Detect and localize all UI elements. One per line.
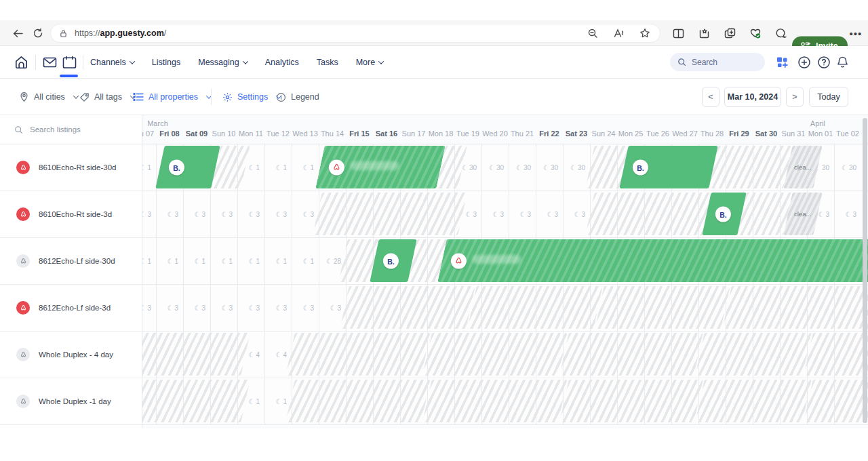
blocked-dates-block[interactable]: [559, 333, 703, 376]
next-date-button[interactable]: >: [786, 87, 804, 107]
address-bar[interactable]: https://app.guesty.com/: [50, 24, 660, 43]
booking-block[interactable]: B.: [619, 146, 717, 188]
blocked-dates-block[interactable]: [695, 333, 811, 376]
blocked-dates-block[interactable]: [313, 193, 467, 235]
listing-row[interactable]: 8610Echo-Rt side-3d: [0, 191, 142, 238]
collections-icon[interactable]: [694, 20, 713, 46]
day-cell[interactable]: ☾3: [156, 191, 183, 237]
nav-item-channels[interactable]: Channels: [90, 58, 134, 67]
day-cell[interactable]: ☾3: [264, 285, 292, 331]
day-cell[interactable]: ☾1: [292, 144, 319, 191]
day-cell[interactable]: ☾3: [834, 191, 861, 237]
day-cell[interactable]: ☾3: [142, 285, 156, 331]
vertical-scrollbar[interactable]: [863, 118, 867, 423]
read-aloud-icon[interactable]: [613, 28, 625, 39]
day-cell[interactable]: ☾3: [481, 191, 509, 237]
listing-row[interactable]: 8612Echo-Lf side-30d: [0, 238, 142, 285]
day-cell[interactable]: ☾3: [237, 285, 264, 331]
help-icon[interactable]: [817, 56, 831, 69]
all-tags-filter[interactable]: All tags: [79, 79, 135, 115]
refresh-icon[interactable]: [28, 20, 47, 46]
day-cell[interactable]: ☾30: [481, 144, 509, 191]
legend-button[interactable]: Legend: [276, 79, 319, 115]
listing-row[interactable]: 8612Echo-Lf side-3d: [0, 285, 142, 332]
day-cell[interactable]: ☾3: [536, 191, 563, 237]
nav-item-analytics[interactable]: Analytics: [265, 58, 299, 67]
blocked-dates-block[interactable]: [422, 333, 567, 376]
nav-item-messaging[interactable]: Messaging: [198, 58, 247, 67]
nav-item-listings[interactable]: Listings: [152, 58, 180, 67]
day-cell[interactable]: ☾30: [834, 144, 861, 191]
day-cell[interactable]: ☾1: [156, 238, 183, 284]
blocked-dates-block[interactable]: [695, 380, 811, 422]
date-picker-button[interactable]: Mar 10, 2024: [724, 87, 781, 107]
zoom-out-icon[interactable]: [587, 28, 598, 39]
day-cell[interactable]: ☾30: [509, 144, 536, 191]
day-cell[interactable]: ☾3: [210, 191, 237, 237]
global-search[interactable]: Search: [670, 53, 765, 71]
blocked-dates-block[interactable]: [559, 380, 703, 422]
calendar-icon[interactable]: [60, 56, 78, 68]
blocked-dates-block[interactable]: [585, 193, 712, 235]
day-cell[interactable]: ☾3: [509, 191, 536, 237]
day-cell[interactable]: ☾1: [292, 238, 319, 284]
booking-block[interactable]: B.: [155, 146, 220, 188]
day-cell[interactable]: ☾1: [142, 144, 156, 191]
favorite-star-icon[interactable]: [639, 28, 650, 39]
multi-calendar: MarchAprilThu 07Fri 08Sat 09Sun 10Mon 11…: [0, 115, 868, 428]
nav-item-tasks[interactable]: Tasks: [317, 58, 338, 67]
booking-block-airbnb[interactable]: [437, 239, 868, 282]
back-icon[interactable]: [8, 20, 27, 46]
blocked-dates-block[interactable]: [285, 380, 430, 422]
day-cell[interactable]: ☾3: [210, 285, 237, 331]
blocked-dates-block[interactable]: [595, 286, 730, 329]
listing-row[interactable]: Whole Duplex - 4 day: [0, 332, 142, 378]
blocked-dates-block[interactable]: [709, 146, 792, 188]
day-cell[interactable]: ☾1: [264, 144, 292, 191]
chat-icon[interactable]: [772, 20, 791, 46]
duplicate-tab-icon[interactable]: [720, 20, 739, 46]
day-cell[interactable]: ☾3: [183, 191, 210, 237]
listing-row[interactable]: 8610Echo-Rt side-30d: [0, 144, 142, 191]
today-button[interactable]: Today: [809, 87, 848, 107]
all-cities-filter[interactable]: All cities: [19, 79, 78, 115]
notifications-bell-icon[interactable]: [836, 56, 849, 69]
settings-menu[interactable]: Settings: [222, 79, 281, 115]
blocked-dates-block[interactable]: [285, 333, 430, 376]
apps-grid-icon[interactable]: [776, 56, 789, 68]
day-cell[interactable]: ☾3: [156, 285, 183, 331]
booking-block-airbnb[interactable]: [315, 146, 445, 188]
day-cell[interactable]: ☾1: [183, 238, 210, 284]
min-nights-value: 3: [147, 211, 151, 218]
day-cell[interactable]: ☾1: [237, 238, 264, 284]
day-cell[interactable]: ☾3: [142, 191, 156, 237]
day-cell[interactable]: ☾3: [237, 191, 264, 237]
blocked-dates-block[interactable]: [142, 380, 250, 422]
blocked-dates-block[interactable]: [422, 380, 567, 422]
all-properties-filter[interactable]: All properties: [133, 79, 211, 115]
blocked-dates-block[interactable]: [804, 333, 868, 376]
prev-date-button[interactable]: <: [702, 87, 719, 107]
blocked-dates-block[interactable]: [142, 333, 250, 376]
day-cell[interactable]: ☾3: [264, 191, 292, 237]
blocked-dates-block[interactable]: [804, 380, 868, 422]
blocked-dates-block[interactable]: [722, 286, 868, 329]
inbox-icon[interactable]: [41, 56, 58, 68]
nav-item-more[interactable]: More: [356, 58, 383, 67]
split-screen-icon[interactable]: [669, 20, 688, 46]
blocked-dates-block[interactable]: [467, 286, 602, 329]
day-cell[interactable]: ☾3: [292, 285, 319, 331]
day-cell[interactable]: ☾1: [264, 238, 292, 284]
create-plus-icon[interactable]: [797, 56, 811, 69]
browser-menu-icon[interactable]: •••: [846, 20, 865, 46]
listing-row[interactable]: Whole Duplex -1 day: [0, 378, 142, 425]
day-cell[interactable]: ☾1: [142, 238, 156, 284]
day-cell[interactable]: ☾30: [536, 144, 563, 191]
browser-essentials-icon[interactable]: [746, 20, 765, 46]
home-icon[interactable]: [12, 54, 31, 70]
blocked-dates-block[interactable]: [340, 286, 475, 329]
day-cell[interactable]: ☾3: [183, 285, 210, 331]
search-listings-input[interactable]: Search listings: [0, 115, 142, 144]
divider: [211, 89, 212, 105]
day-cell[interactable]: ☾1: [210, 238, 237, 284]
